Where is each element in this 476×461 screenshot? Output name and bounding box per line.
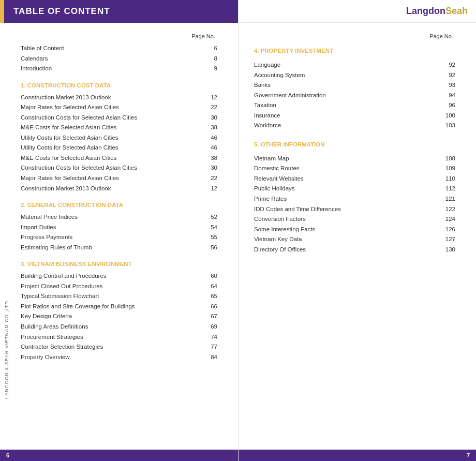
toc-item: Table of Content6: [21, 43, 217, 54]
toc-item-name: Building Control and Procedures: [21, 271, 202, 281]
toc-item-name: Property Overview: [21, 352, 202, 363]
brand-seah: Seah: [445, 6, 468, 16]
toc-item-page: 92: [440, 60, 455, 70]
toc-item: M&E Costs for Selected Asian Cities38: [21, 153, 217, 163]
toc-item-name: Material Price Indices: [21, 212, 202, 222]
toc-item-page: 108: [440, 154, 455, 164]
toc-item-name: Construction Costs for Selected Asian Ci…: [21, 163, 202, 173]
toc-item-name: Project Closed Out Procedures: [21, 281, 202, 292]
toc-item: IDD Codes and Time Differences122: [254, 204, 455, 215]
right-page: LangdonSeah Page No. 4. PROPERTY INVESTM…: [238, 0, 476, 461]
toc-item-name: Utility Costs for Selected Asian Cities: [21, 143, 202, 153]
toc-item-name: Table of Content: [21, 43, 202, 54]
page-no-header: Page No.: [21, 33, 217, 39]
toc-item-page: 38: [202, 123, 217, 133]
toc-item-name: Public Holidays: [254, 184, 440, 194]
header-accent-bar: [0, 0, 4, 23]
toc-item-page: 103: [440, 121, 455, 131]
toc-item-name: Progress Payments: [21, 232, 202, 243]
right-content: Page No. 4. PROPERTY INVESTMENTLanguage9…: [239, 23, 476, 450]
toc-item: Workforce103: [254, 121, 455, 131]
toc-item: Property Overview84: [21, 352, 217, 363]
toc-item-name: Calendars: [21, 54, 202, 64]
toc-item-page: 64: [202, 281, 217, 292]
toc-item: Prime Rates121: [254, 194, 455, 204]
toc-item-name: Construction Market 2013 Outlook: [21, 184, 202, 194]
toc-item: Construction Market 2013 Outlook12: [21, 184, 217, 194]
toc-item-page: 55: [202, 232, 217, 243]
toc-item-name: Major Rates for Selected Asian Cities: [21, 173, 202, 184]
left-header: TABLE OF CONTENT: [0, 0, 238, 23]
toc-item-name: Workforce: [254, 121, 440, 131]
toc-item-name: Directory Of Offices: [254, 245, 440, 255]
toc-item-page: 110: [440, 174, 455, 184]
toc-item: Construction Costs for Selected Asian Ci…: [21, 113, 217, 123]
toc-item: Domestic Routes109: [254, 163, 455, 174]
toc-item: Utility Costs for Selected Asian Cities4…: [21, 143, 217, 153]
toc-item-page: 93: [440, 80, 455, 91]
right-page-number: 7: [467, 452, 470, 458]
toc-item: Vietnam Map108: [254, 154, 455, 164]
section-4-heading: 4. PROPERTY INVESTMENT: [254, 48, 455, 54]
toc-item: Vietnam Key Data127: [254, 234, 455, 245]
toc-item-page: 6: [202, 43, 217, 54]
toc-item: Insurance100: [254, 111, 455, 121]
toc-item: Government Administration94: [254, 91, 455, 101]
toc-item-page: 77: [202, 342, 217, 352]
toc-item-page: 84: [202, 352, 217, 363]
right-header: LangdonSeah: [239, 0, 476, 23]
toc-item-name: M&E Costs for Selected Asian Cities: [21, 123, 202, 133]
toc-item: Public Holidays112: [254, 184, 455, 194]
toc-item-page: 124: [440, 214, 455, 225]
section-2-heading: 2. GENERAL CONSTRUCTION DATA: [21, 202, 217, 208]
toc-item-page: 66: [202, 302, 217, 312]
toc-item-page: 109: [440, 163, 455, 174]
toc-item-name: Estimating Rules of Thumb: [21, 243, 202, 253]
toc-item-page: 121: [440, 194, 455, 204]
toc-item: Conversion Factors124: [254, 214, 455, 225]
right-page-no-header: Page No.: [254, 33, 455, 39]
toc-item-page: 30: [202, 163, 217, 173]
toc-item-name: Taxation: [254, 100, 440, 111]
toc-item-name: Vietnam Key Data: [254, 234, 440, 245]
toc-item-page: 130: [440, 245, 455, 255]
toc-item: Contractor Selection Strategies77: [21, 342, 217, 352]
toc-item-page: 52: [202, 212, 217, 222]
brand-logo: LangdonSeah: [406, 6, 468, 17]
left-footer: 6: [0, 450, 238, 461]
toc-item-page: 127: [440, 234, 455, 245]
toc-item-name: Plot Ratios and Site Coverage for Buildi…: [21, 302, 202, 312]
brand-langdon: Langdon: [406, 6, 445, 16]
toc-item: Project Closed Out Procedures64: [21, 281, 217, 292]
toc-item-name: Utility Costs for Selected Asian Cities: [21, 133, 202, 143]
toc-item-page: 56: [202, 243, 217, 253]
right-footer: 7: [239, 450, 476, 461]
toc-item: Building Areas Definitions69: [21, 322, 217, 332]
toc-item-page: 12: [202, 184, 217, 194]
page-no-label: Page No.: [191, 33, 215, 39]
toc-item-name: Domestic Routes: [254, 163, 440, 174]
toc-item-name: Introduction: [21, 64, 202, 74]
toc-item: Plot Ratios and Site Coverage for Buildi…: [21, 302, 217, 312]
section-1-heading: 1. CONSTRUCTION COST DATA: [21, 82, 217, 88]
toc-item-page: 92: [440, 70, 455, 81]
toc-item-page: 96: [440, 100, 455, 111]
toc-item-name: Procurement Strategies: [21, 332, 202, 343]
toc-item: Construction Market 2013 Outlook12: [21, 93, 217, 103]
toc-item: Accounting System92: [254, 70, 455, 81]
toc-item-name: Prime Rates: [254, 194, 440, 204]
toc-item: Taxation96: [254, 100, 455, 111]
toc-item: Banks93: [254, 80, 455, 91]
toc-item: Calendars8: [21, 54, 217, 64]
toc-item-name: Major Rates for Selected Asian Cities: [21, 102, 202, 113]
toc-item: Building Control and Procedures60: [21, 271, 217, 281]
page-title: TABLE OF CONTENT: [13, 6, 110, 17]
toc-item-page: 112: [440, 184, 455, 194]
toc-item-page: 65: [202, 291, 217, 302]
left-page: TABLE OF CONTENT LANGDON & SEAH VIETNAM …: [0, 0, 238, 461]
toc-item-page: 100: [440, 111, 455, 121]
toc-item: Directory Of Offices130: [254, 245, 455, 255]
toc-item-name: Building Areas Definitions: [21, 322, 202, 332]
toc-item-name: Insurance: [254, 111, 440, 121]
toc-item: Relevant Websites110: [254, 174, 455, 184]
